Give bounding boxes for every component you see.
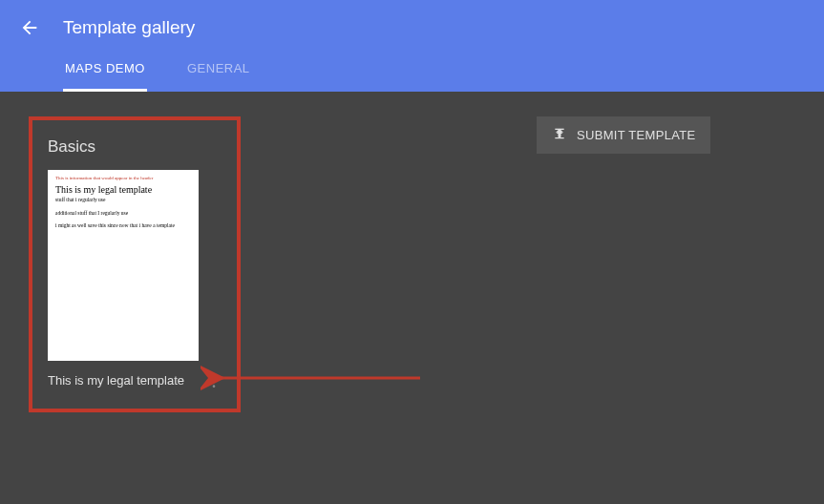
submit-template-button[interactable]: SUBMIT TEMPLATE <box>537 116 710 154</box>
thumb-header-text: This is information that would appear in… <box>55 176 191 180</box>
thumb-doc-title: This is my legal template <box>55 184 191 195</box>
header-top: Template gallery <box>19 0 805 52</box>
svg-point-0 <box>213 376 216 379</box>
submit-button-label: SUBMIT TEMPLATE <box>577 128 695 142</box>
tabs: MAPS DEMO GENERAL <box>19 52 805 92</box>
content-area: Basics This is information that would ap… <box>0 92 824 437</box>
app-header: Template gallery MAPS DEMO GENERAL <box>0 0 824 92</box>
more-options-icon[interactable] <box>206 372 222 393</box>
tab-general[interactable]: GENERAL <box>185 52 252 92</box>
thumb-para: additional stuff that I regularly use <box>55 210 191 217</box>
svg-rect-3 <box>555 129 563 130</box>
template-thumbnail[interactable]: This is information that would appear in… <box>48 170 199 361</box>
thumb-para: stuff that i regularly use <box>55 197 191 203</box>
annotation-highlight-box: Basics This is information that would ap… <box>29 116 241 412</box>
svg-point-2 <box>213 385 216 388</box>
template-card-title: This is my legal template <box>48 372 199 389</box>
section-title: Basics <box>48 137 222 157</box>
page-title: Template gallery <box>63 17 195 38</box>
thumb-para: i might as well save this since now that… <box>55 222 191 229</box>
card-footer: This is my legal template <box>48 372 222 393</box>
svg-point-1 <box>213 381 216 384</box>
back-arrow-icon[interactable] <box>19 17 40 38</box>
upload-icon <box>552 126 567 144</box>
tab-maps-demo[interactable]: MAPS DEMO <box>63 52 147 92</box>
